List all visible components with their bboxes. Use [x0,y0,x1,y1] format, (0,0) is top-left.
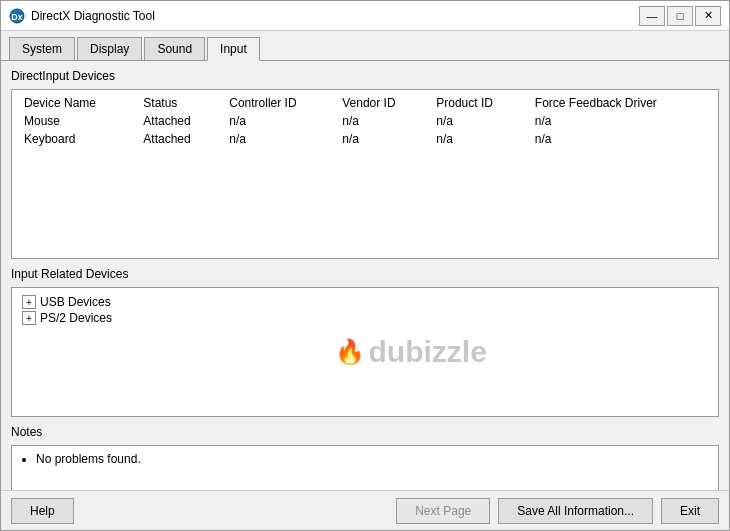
expand-icon: + [22,311,36,325]
col-status: Status [135,94,221,112]
inputrelated-label: Input Related Devices [11,267,719,281]
tab-content-input: DirectInput Devices Device Name Status C… [1,60,729,490]
cell-controller_id: n/a [221,130,334,148]
tab-bar: System Display Sound Input [1,31,729,60]
inputrelated-section: Input Related Devices +USB Devices+PS/2 … [11,267,719,417]
window-controls: — □ ✕ [639,6,721,26]
inputrelated-box: +USB Devices+PS/2 Devices 🔥 dubizzle [11,287,719,417]
watermark: 🔥 dubizzle [335,335,487,369]
maximize-button[interactable]: □ [667,6,693,26]
notes-section: Notes No problems found. [11,425,719,490]
tab-input[interactable]: Input [207,37,260,61]
cell-product_id: n/a [428,112,527,130]
app-icon: Dx [9,8,25,24]
col-device-name: Device Name [16,94,135,112]
flame-icon: 🔥 [335,338,365,366]
cell-device_name: Mouse [16,112,135,130]
cell-product_id: n/a [428,130,527,148]
col-controller-id: Controller ID [221,94,334,112]
devices-table: Device Name Status Controller ID Vendor … [16,94,714,148]
cell-status: Attached [135,130,221,148]
expand-icon: + [22,295,36,309]
directinput-box: Device Name Status Controller ID Vendor … [11,89,719,259]
window-title: DirectX Diagnostic Tool [31,9,639,23]
next-page-button[interactable]: Next Page [396,498,490,524]
help-button[interactable]: Help [11,498,74,524]
col-vendor-id: Vendor ID [334,94,428,112]
table-row: MouseAttachedn/an/an/an/a [16,112,714,130]
col-product-id: Product ID [428,94,527,112]
bottom-bar: Help Next Page Save All Information... E… [1,490,729,530]
tree-item[interactable]: +USB Devices [18,294,712,310]
table-row: KeyboardAttachedn/an/an/an/a [16,130,714,148]
cell-vendor_id: n/a [334,130,428,148]
cell-force_feedback: n/a [527,112,714,130]
svg-text:Dx: Dx [11,12,23,22]
tree-item[interactable]: +PS/2 Devices [18,310,712,326]
col-force-feedback: Force Feedback Driver [527,94,714,112]
directinput-label: DirectInput Devices [11,69,719,83]
tree-item-label: PS/2 Devices [40,311,112,325]
cell-vendor_id: n/a [334,112,428,130]
directinput-section: DirectInput Devices Device Name Status C… [11,69,719,259]
save-all-button[interactable]: Save All Information... [498,498,653,524]
cell-status: Attached [135,112,221,130]
tab-display[interactable]: Display [77,37,142,60]
cell-device_name: Keyboard [16,130,135,148]
main-window: Dx DirectX Diagnostic Tool — □ ✕ System … [0,0,730,531]
notes-list: No problems found. [20,452,710,466]
table-header-row: Device Name Status Controller ID Vendor … [16,94,714,112]
tree-items: +USB Devices+PS/2 Devices [18,294,712,326]
cell-force_feedback: n/a [527,130,714,148]
notes-item: No problems found. [36,452,710,466]
title-bar: Dx DirectX Diagnostic Tool — □ ✕ [1,1,729,31]
tab-system[interactable]: System [9,37,75,60]
tree-item-label: USB Devices [40,295,111,309]
close-button[interactable]: ✕ [695,6,721,26]
watermark-text: dubizzle [369,335,487,369]
minimize-button[interactable]: — [639,6,665,26]
notes-box: No problems found. [11,445,719,490]
notes-label: Notes [11,425,719,439]
cell-controller_id: n/a [221,112,334,130]
exit-button[interactable]: Exit [661,498,719,524]
tab-sound[interactable]: Sound [144,37,205,60]
